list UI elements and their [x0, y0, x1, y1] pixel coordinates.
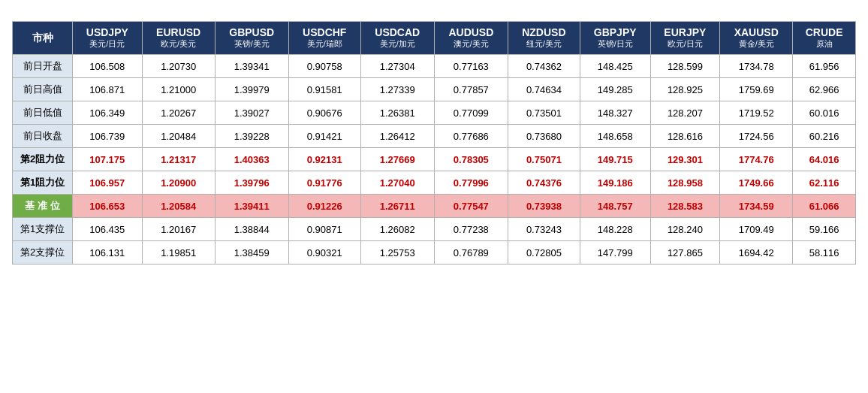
cell-r2-c4: 1.26381 [360, 101, 434, 125]
row-label-0: 前日开盘 [13, 55, 73, 78]
cell-r7-c2: 1.38844 [215, 218, 288, 241]
cell-r1-c7: 149.285 [580, 78, 650, 101]
cell-r2-c8: 128.207 [650, 101, 720, 125]
cell-r7-c0: 106.435 [73, 218, 143, 241]
cell-r5-c7: 149.186 [580, 171, 650, 195]
col-header-eurusd: EURUSD欧元/美元 [142, 22, 215, 55]
col-header-xauusd: XAUUSD黄金/美元 [720, 22, 793, 55]
col-header-audusd: AUDUSD澳元/美元 [434, 22, 508, 55]
cell-r4-c3: 0.92131 [288, 148, 360, 171]
cell-r1-c1: 1.21000 [142, 78, 215, 101]
col-header-eurjpy: EURJPY欧元/日元 [650, 22, 720, 55]
cell-r6-c0: 106.653 [73, 195, 143, 218]
cell-r6-c1: 1.20584 [142, 195, 215, 218]
cell-r4-c4: 1.27669 [360, 148, 434, 171]
cell-r0-c2: 1.39341 [215, 55, 288, 78]
cell-r2-c0: 106.349 [73, 101, 143, 125]
cell-r5-c6: 0.74376 [508, 171, 580, 195]
cell-r1-c10: 62.966 [793, 78, 856, 101]
cell-r7-c6: 0.73243 [508, 218, 580, 241]
cell-r5-c4: 1.27040 [360, 171, 434, 195]
cell-r0-c3: 0.90758 [288, 55, 360, 78]
cell-r7-c10: 59.166 [793, 218, 856, 241]
row-label-7: 第1支撑位 [13, 218, 73, 241]
cell-r3-c9: 1724.56 [720, 125, 793, 148]
cell-r0-c5: 0.77163 [434, 55, 508, 78]
cell-r2-c2: 1.39027 [215, 101, 288, 125]
table-row: 第2阻力位107.1751.213171.403630.921311.27669… [13, 148, 856, 171]
cell-r2-c1: 1.20267 [142, 101, 215, 125]
cell-r7-c9: 1709.49 [720, 218, 793, 241]
table-row: 第1阻力位106.9571.209001.397960.917761.27040… [13, 171, 856, 195]
col-header-nzdusd: NZDUSD纽元/美元 [508, 22, 580, 55]
table-row: 基 准 位106.6531.205841.394110.912261.26711… [13, 195, 856, 218]
cell-r6-c9: 1734.59 [720, 195, 793, 218]
col-header-usdchf: USDCHF美元/瑞郎 [288, 22, 360, 55]
cell-r1-c6: 0.74634 [508, 78, 580, 101]
cell-r7-c8: 128.240 [650, 218, 720, 241]
cell-r6-c4: 1.26711 [360, 195, 434, 218]
cell-r3-c6: 0.73680 [508, 125, 580, 148]
cell-r8-c5: 0.76789 [434, 241, 508, 265]
cell-r1-c5: 0.77857 [434, 78, 508, 101]
col-header-usdcad: USDCAD美元/加元 [360, 22, 434, 55]
cell-r1-c9: 1759.69 [720, 78, 793, 101]
col-header-usdjpy: USDJPY美元/日元 [73, 22, 143, 55]
price-table: 市种 USDJPY美元/日元EURUSD欧元/美元GBPUSD英镑/美元USDC… [12, 21, 856, 265]
cell-r3-c7: 148.658 [580, 125, 650, 148]
cell-r8-c3: 0.90321 [288, 241, 360, 265]
cell-r6-c7: 148.757 [580, 195, 650, 218]
col-header-label: 市种 [13, 22, 73, 55]
cell-r5-c5: 0.77996 [434, 171, 508, 195]
cell-r3-c3: 0.91421 [288, 125, 360, 148]
cell-r4-c8: 129.301 [650, 148, 720, 171]
row-label-3: 前日收盘 [13, 125, 73, 148]
cell-r6-c3: 0.91226 [288, 195, 360, 218]
cell-r2-c10: 60.016 [793, 101, 856, 125]
cell-r6-c5: 0.77547 [434, 195, 508, 218]
cell-r3-c1: 1.20484 [142, 125, 215, 148]
table-row: 前日高值106.8711.210001.399790.915811.273390… [13, 78, 856, 101]
table-row: 前日低值106.3491.202671.390270.906761.263810… [13, 101, 856, 125]
cell-r8-c10: 58.116 [793, 241, 856, 265]
cell-r4-c9: 1774.76 [720, 148, 793, 171]
cell-r3-c5: 0.77686 [434, 125, 508, 148]
cell-r3-c4: 1.26412 [360, 125, 434, 148]
cell-r2-c6: 0.73501 [508, 101, 580, 125]
cell-r1-c0: 106.871 [73, 78, 143, 101]
cell-r4-c10: 64.016 [793, 148, 856, 171]
cell-r3-c10: 60.216 [793, 125, 856, 148]
cell-r4-c2: 1.40363 [215, 148, 288, 171]
cell-r3-c2: 1.39228 [215, 125, 288, 148]
cell-r6-c2: 1.39411 [215, 195, 288, 218]
cell-r6-c6: 0.73938 [508, 195, 580, 218]
cell-r8-c8: 127.865 [650, 241, 720, 265]
col-header-gbpusd: GBPUSD英镑/美元 [215, 22, 288, 55]
cell-r6-c8: 128.583 [650, 195, 720, 218]
cell-r0-c10: 61.956 [793, 55, 856, 78]
cell-r4-c7: 149.715 [580, 148, 650, 171]
cell-r8-c4: 1.25753 [360, 241, 434, 265]
cell-r1-c3: 0.91581 [288, 78, 360, 101]
cell-r4-c0: 107.175 [73, 148, 143, 171]
cell-r3-c8: 128.616 [650, 125, 720, 148]
table-row: 前日收盘106.7391.204841.392280.914211.264120… [13, 125, 856, 148]
cell-r4-c1: 1.21317 [142, 148, 215, 171]
cell-r8-c6: 0.72805 [508, 241, 580, 265]
cell-r8-c9: 1694.42 [720, 241, 793, 265]
cell-r7-c3: 0.90871 [288, 218, 360, 241]
row-label-6: 基 准 位 [13, 195, 73, 218]
cell-r8-c2: 1.38459 [215, 241, 288, 265]
cell-r7-c4: 1.26082 [360, 218, 434, 241]
table-row: 第1支撑位106.4351.201671.388440.908711.26082… [13, 218, 856, 241]
cell-r5-c0: 106.957 [73, 171, 143, 195]
cell-r7-c1: 1.20167 [142, 218, 215, 241]
cell-r5-c1: 1.20900 [142, 171, 215, 195]
cell-r0-c7: 148.425 [580, 55, 650, 78]
cell-r4-c5: 0.78305 [434, 148, 508, 171]
table-row: 第2支撑位106.1311.198511.384590.903211.25753… [13, 241, 856, 265]
cell-r1-c8: 128.925 [650, 78, 720, 101]
cell-r2-c3: 0.90676 [288, 101, 360, 125]
col-header-gbpjpy: GBPJPY英镑/日元 [580, 22, 650, 55]
cell-r3-c0: 106.739 [73, 125, 143, 148]
